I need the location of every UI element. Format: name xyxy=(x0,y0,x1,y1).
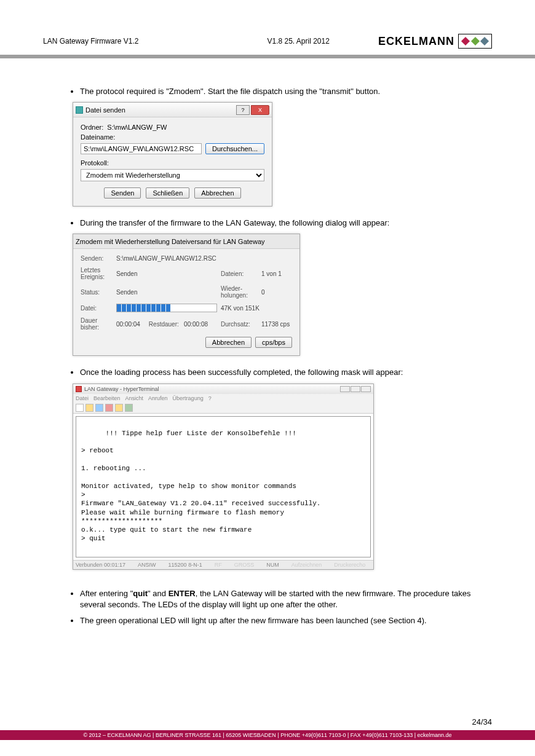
status-printecho: Druckerecho xyxy=(334,562,365,568)
app-icon xyxy=(76,106,83,114)
logo-box xyxy=(458,34,492,49)
menu-item[interactable]: Datei xyxy=(76,395,89,401)
throughput-value: 11738 cps xyxy=(261,321,292,328)
open-icon[interactable] xyxy=(85,404,93,412)
bullet-item: During the transfer of the firmware to t… xyxy=(80,218,492,229)
bullet-list: The protocol required is "Zmodem". Start… xyxy=(43,86,492,97)
menu-bar: Datei Bearbeiten Ansicht Anrufen Übertra… xyxy=(73,394,373,403)
status-connected: Verbunden 00:01:17 xyxy=(76,562,125,568)
status-num: NUM xyxy=(266,562,279,568)
status-bar: Verbunden 00:01:17 ANSIW 115200 8-N-1 RF… xyxy=(73,560,373,569)
diamond-icon xyxy=(470,37,479,45)
status-port: 115200 8-N-1 xyxy=(168,562,202,568)
app-icon xyxy=(76,386,82,392)
maximize-button[interactable] xyxy=(351,386,360,392)
properties-icon[interactable] xyxy=(125,404,133,412)
menu-item[interactable]: Ansicht xyxy=(125,395,144,401)
status-emulation: ANSIW xyxy=(138,562,156,568)
send-icon[interactable] xyxy=(115,404,123,412)
send-button[interactable]: Senden xyxy=(104,187,141,199)
elapsed-value: 00:00:04 Restdauer: 00:00:08 xyxy=(116,321,217,328)
folder-label: Ordner: xyxy=(81,124,103,131)
protocol-select[interactable]: Zmodem mit Wiederherstellung xyxy=(81,169,264,181)
file-progress-value: 47K von 151K xyxy=(221,305,292,312)
diamond-icon xyxy=(480,37,489,45)
menu-item[interactable]: Anrufen xyxy=(148,395,168,401)
throughput-label: Durchsatz: xyxy=(221,321,258,328)
status-rf: RF xyxy=(215,562,222,568)
terminal-output: !!! Tippe help fuer Liste der Konsolbefe… xyxy=(76,416,371,557)
footer: © 2012 – ECKELMANN AG | BERLINER STRASSE… xyxy=(0,730,535,740)
bullet-list: Once the loading process has been succes… xyxy=(43,367,492,378)
bullet-item: The protocol required is "Zmodem". Start… xyxy=(80,86,492,97)
files-value: 1 von 1 xyxy=(261,270,292,277)
close-dialog-button[interactable]: Schließen xyxy=(146,187,189,199)
new-icon[interactable] xyxy=(76,404,84,412)
help-button[interactable]: ? xyxy=(236,105,250,115)
page: LAN Gateway Firmware V1.2 V1.8 25. April… xyxy=(0,0,535,656)
retries-label: Wieder-holungen: xyxy=(221,285,258,299)
retries-value: 0 xyxy=(261,289,292,296)
send-value: S:\mw\LANGW_FW\LANGW12.RSC xyxy=(116,255,292,262)
cancel-button[interactable]: Abbrechen xyxy=(194,187,240,199)
bullet-list: After entering "quit" and ENTER, the LAN… xyxy=(43,588,492,627)
cancel-button[interactable]: Abbrechen xyxy=(205,337,252,348)
last-event-value: Senden xyxy=(116,270,217,277)
browse-button[interactable]: Durchsuchen... xyxy=(205,143,264,154)
title-bar: LAN Gateway - HyperTerminal xyxy=(73,384,373,394)
folder-value: S:\mw\LANGW_FW xyxy=(107,124,167,131)
status-caps: GROSS xyxy=(234,562,255,568)
menu-item[interactable]: Übertragung xyxy=(173,395,204,401)
status-label: Status: xyxy=(81,289,113,296)
send-label: Senden: xyxy=(81,255,113,262)
title-bar: Datei senden ? X xyxy=(73,103,272,117)
hyperterminal-window: LAN Gateway - HyperTerminal Datei Bearbe… xyxy=(73,384,374,570)
files-label: Dateien: xyxy=(221,270,258,277)
close-button[interactable]: X xyxy=(251,105,269,115)
toolbar xyxy=(73,403,373,414)
logo: ECKELMANN xyxy=(378,34,492,49)
zmodem-transfer-dialog: Zmodem mit Wiederherstellung Dateiversan… xyxy=(73,234,300,356)
document-header: LAN Gateway Firmware V1.2 V1.8 25. April… xyxy=(43,34,492,49)
dialog-title: Datei senden xyxy=(85,106,125,114)
status-record: Aufzeichnen xyxy=(291,562,322,568)
page-number: 24/34 xyxy=(472,717,492,726)
disconnect-icon[interactable] xyxy=(105,404,113,412)
filename-label: Dateiname: xyxy=(81,133,115,141)
window-title: LAN Gateway - HyperTerminal xyxy=(84,386,159,392)
last-event-label: Letztes Ereignis: xyxy=(81,267,113,280)
header-left: LAN Gateway Firmware V1.2 xyxy=(43,37,138,45)
header-version-date: V1.8 25. April 2012 xyxy=(267,37,329,45)
diamond-icon xyxy=(461,37,470,45)
bullet-item: The green operational LED will light up … xyxy=(80,615,492,626)
menu-item[interactable]: ? xyxy=(208,395,212,401)
bullet-item: After entering "quit" and ENTER, the LAN… xyxy=(80,588,492,610)
minimize-button[interactable] xyxy=(340,386,350,392)
send-file-dialog: Datei senden ? X Ordner: S:\mw\LANGW_FW … xyxy=(73,102,272,207)
bullet-item: Once the loading process has been succes… xyxy=(80,367,492,378)
dialog-title: Zmodem mit Wiederherstellung Dateiversan… xyxy=(76,238,265,245)
logo-text: ECKELMANN xyxy=(378,35,454,48)
close-button[interactable] xyxy=(361,386,371,392)
connect-icon[interactable] xyxy=(95,404,103,412)
bullet-list: During the transfer of the firmware to t… xyxy=(43,218,492,229)
elapsed-label: Dauer bisher: xyxy=(81,317,113,331)
header-rule xyxy=(0,55,535,58)
menu-item[interactable]: Bearbeiten xyxy=(93,395,121,401)
cpsbps-button[interactable]: cps/bps xyxy=(255,337,292,348)
filename-input[interactable] xyxy=(81,143,202,154)
status-value: Senden xyxy=(116,289,217,296)
protocol-label: Protokoll: xyxy=(81,159,109,167)
progress-bar xyxy=(116,304,217,312)
file-label: Datei: xyxy=(81,305,113,312)
